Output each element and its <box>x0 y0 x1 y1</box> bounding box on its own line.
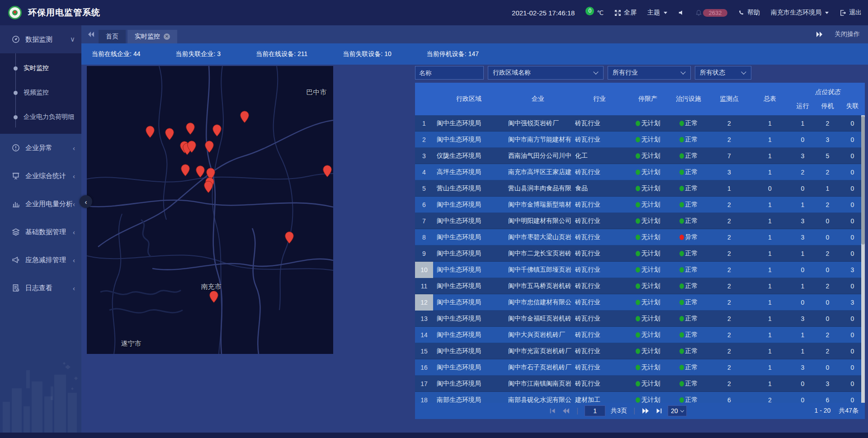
mute-button[interactable] <box>678 9 684 16</box>
cell-enterprise: 阆中千佛镇五郎垭页岩 <box>505 266 571 274</box>
cell-enterprise: 阆中市南方节能建材有 <box>505 136 571 144</box>
table-row[interactable]: 18南部生态环境局南部县砚化水泥有限公建材加工无计划正常62060 <box>415 392 865 403</box>
cell-running: 1 <box>790 201 815 208</box>
next-page-button[interactable] <box>642 408 650 414</box>
status-dot-green-icon <box>636 349 640 354</box>
col-disconnected: 失联 <box>840 102 865 110</box>
col-pollution-facility: 治污设施 <box>668 83 709 115</box>
theme-dropdown[interactable]: 主题 <box>647 9 667 17</box>
tabs-scroll-right-button[interactable] <box>816 31 823 38</box>
sidebar-subitem-视频监控[interactable]: 视频监控 <box>0 80 81 105</box>
logout-icon <box>840 9 846 16</box>
cell-running: 3 <box>790 364 815 371</box>
status-dot-green-icon <box>679 381 684 386</box>
cell-facility-status: 正常 <box>668 201 709 209</box>
table-scrollbar[interactable] <box>861 115 865 403</box>
chevron-down-icon <box>664 12 667 14</box>
tab-close-icon[interactable]: ✕ <box>164 33 170 40</box>
sidebar-item-数据监测[interactable]: 数据监测∨ <box>0 25 81 53</box>
sidebar-subitem-实时监控[interactable]: 实时监控 <box>0 56 81 80</box>
map-collapse-button[interactable]: ‹ <box>80 195 92 208</box>
region-filter-select[interactable]: 行政区域名称 <box>488 66 604 80</box>
exit-button[interactable]: 退出 <box>840 9 862 17</box>
tabs-scroll-left-button[interactable] <box>88 31 95 38</box>
content-area: 巴中市南充市遂宁市 ‹ 行政区域名称 所有行业 <box>81 65 868 438</box>
stat-value: 147 <box>468 50 479 57</box>
sidebar-item-企业异常[interactable]: 企业异常‹ <box>0 134 81 162</box>
table-row[interactable]: 7阆中生态环境局阆中明阳建材有限公司砖瓦行业无计划正常21300 <box>415 213 865 229</box>
status-dot-green-icon <box>636 121 640 126</box>
cell-industry: 建材加工 <box>571 396 627 403</box>
cell-limit-status: 无计划 <box>627 152 668 160</box>
table-row[interactable]: 15阆中生态环境局阆中市光富页岩机砖厂砖瓦行业无计划正常21120 <box>415 343 865 359</box>
table-row[interactable]: 5营山生态环境局营山县润丰肉食品有限食品无计划正常10010 <box>415 180 865 197</box>
tab-home[interactable]: 首页 <box>99 30 126 43</box>
sidebar-item-label: 基础数据管理 <box>25 228 73 236</box>
status-dot-green-icon <box>636 316 640 321</box>
table-row[interactable]: 9阆中生态环境局阆中市二龙长宝页岩砖砖瓦行业无计划正常21120 <box>415 245 865 262</box>
sidebar-item-企业用电量分析[interactable]: 企业用电量分析‹ <box>0 190 81 218</box>
table-row[interactable]: 6阆中生态环境局阆中市金博瑞新型墙材砖瓦行业无计划正常21120 <box>415 197 865 213</box>
cell-stopped: 0 <box>815 217 840 225</box>
table-row[interactable]: 2阆中生态环境局阆中市南方节能建材有砖瓦行业无计划正常21030 <box>415 132 865 148</box>
app-logo-icon <box>8 6 22 19</box>
cell-region-bureau: 阆中生态环境局 <box>433 363 505 372</box>
total-count-label: 共47条 <box>839 407 859 415</box>
table-row[interactable]: 8阆中生态环境局阆中市枣碧大梁山页岩砖瓦行业无计划异常21300 <box>415 229 865 245</box>
name-filter-input[interactable] <box>415 66 484 80</box>
first-page-button[interactable] <box>549 408 557 414</box>
sidebar-item-应急减排管理[interactable]: 应急减排管理‹ <box>0 246 81 274</box>
cell-limit-status: 无计划 <box>627 136 668 144</box>
fullscreen-button[interactable]: 全屏 <box>614 9 637 17</box>
cell-limit-status: 无计划 <box>627 315 668 323</box>
notification-area[interactable]: 2632 <box>695 9 727 17</box>
status-dot-green-icon <box>679 365 684 370</box>
map[interactable]: 巴中市南充市遂宁市 ‹ <box>87 66 333 354</box>
cell-region-bureau: 阆中生态环境局 <box>433 119 505 127</box>
table-row[interactable]: 12阆中生态环境局阆中市忠信建材有限公砖瓦行业无计划正常21003 <box>415 294 865 311</box>
status-dot-green-icon <box>679 170 684 175</box>
org-dropdown[interactable]: 南充市生态环境局 <box>771 9 829 17</box>
previous-page-button[interactable] <box>562 408 570 414</box>
cell-region-bureau: 阆中生态环境局 <box>433 266 505 274</box>
table-row[interactable]: 4高坪生态环境局南充市高坪区王家店建砖瓦行业无计划正常31220 <box>415 164 865 180</box>
help-label: 帮助 <box>747 9 760 17</box>
sidebar-item-基础数据管理[interactable]: 基础数据管理‹ <box>0 218 81 246</box>
table-row[interactable]: 10阆中生态环境局阆中千佛镇五郎垭页岩砖瓦行业无计划正常21003 <box>415 262 865 278</box>
help-button[interactable]: 帮助 <box>738 9 760 17</box>
status-filter-select[interactable]: 所有状态 <box>695 66 751 80</box>
table-row[interactable]: 13阆中生态环境局阆中市金福旺页岩机砖砖瓦行业无计划正常21300 <box>415 311 865 327</box>
table-row[interactable]: 1阆中生态环境局阆中强锐页岩砖厂砖瓦行业无计划正常21120 <box>415 115 865 132</box>
last-page-button[interactable] <box>655 408 662 414</box>
cell-stopped: 0 <box>815 364 840 371</box>
sidebar-subitem-企业电力负荷明细[interactable]: 企业电力负荷明细 <box>0 105 81 129</box>
sidebar-item-label: 企业用电量分析 <box>25 200 73 208</box>
status-dot-green-icon <box>679 186 684 191</box>
cell-index: 3 <box>415 152 433 160</box>
cell-facility-status: 正常 <box>668 315 709 323</box>
sidebar-item-日志查看[interactable]: 日志查看‹ <box>0 274 81 302</box>
sidebar-item-企业综合统计[interactable]: 企业综合统计‹ <box>0 162 81 190</box>
stat-label: 当前在线设备: <box>256 50 296 57</box>
megaphone-icon <box>12 256 20 264</box>
status-dot-green-icon <box>679 300 684 305</box>
cell-facility-status: 正常 <box>668 136 709 144</box>
industry-filter-select[interactable]: 所有行业 <box>608 66 691 80</box>
table-row[interactable]: 16阆中生态环境局阆中市石子页岩机砖厂砖瓦行业无计划正常21300 <box>415 359 865 376</box>
scrollbar-thumb[interactable] <box>861 116 865 245</box>
cell-monitor-points: 2 <box>709 364 750 371</box>
cell-industry: 化工 <box>571 152 627 160</box>
table-row[interactable]: 14阆中生态环境局阆中大兴页岩机砖厂砖瓦行业无计划正常21120 <box>415 327 865 343</box>
table-row[interactable]: 17阆中生态环境局阆中市江南镇阆南页岩砖瓦行业无计划正常21030 <box>415 376 865 392</box>
page-size-select[interactable]: 20 <box>668 405 687 416</box>
stat-label: 当前失联企业: <box>175 50 215 57</box>
table-row[interactable]: 3仪陇生态环境局西南油气田分公司川中化工无计划正常71350 <box>415 148 865 164</box>
cell-total-meter: 1 <box>750 283 790 290</box>
table-row[interactable]: 11阆中生态环境局阆中市五马桥页岩机砖砖瓦行业无计划正常21120 <box>415 278 865 294</box>
chevron-left-icon: ‹ <box>73 284 75 292</box>
tab-realtime-monitor[interactable]: 实时监控 ✕ <box>127 30 177 43</box>
close-operations-button[interactable]: 关闭操作 <box>835 30 860 38</box>
cell-industry: 砖瓦行业 <box>571 331 627 339</box>
page-number-input[interactable] <box>585 405 605 416</box>
log-icon <box>12 284 20 292</box>
